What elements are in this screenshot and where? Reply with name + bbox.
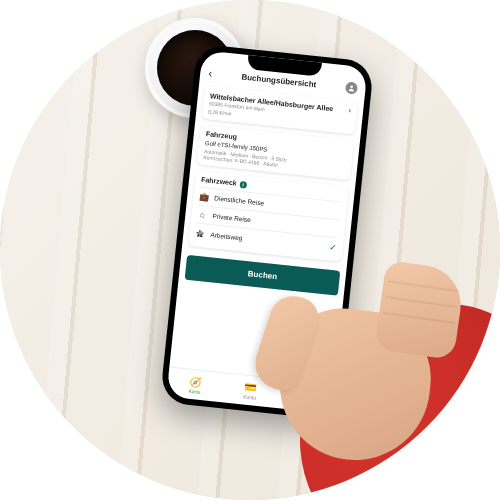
purpose-card: Fahrzwecki 💼 Dienstliche Reise ⌂ Private… [188,170,349,262]
euro-icon: € [302,387,309,399]
wallet-icon: 💳 [244,381,257,393]
briefcase-icon: 💼 [199,192,210,202]
book-button[interactable]: Buchen [185,255,341,296]
tab-adac[interactable]: € ADAC [276,379,334,414]
tab-account[interactable]: 💳 Konto [221,373,279,408]
house-icon: ⌂ [197,210,208,220]
tab-map[interactable]: 🧭 Karte [166,368,224,403]
chevron-right-icon: › [348,106,352,115]
back-icon[interactable]: ‹ [208,67,213,79]
app-screen: ‹ Buchungsübersicht Wittelsbacher Allee/… [166,50,367,413]
checkmark-icon: ✓ [328,242,337,253]
profile-icon[interactable] [345,81,358,94]
info-icon[interactable]: i [239,181,247,189]
compass-icon: 🧭 [189,375,202,387]
road-icon: 🛣 [195,228,206,238]
smartphone: ‹ Buchungsübersicht Wittelsbacher Allee/… [160,44,375,421]
svg-point-0 [350,85,353,88]
